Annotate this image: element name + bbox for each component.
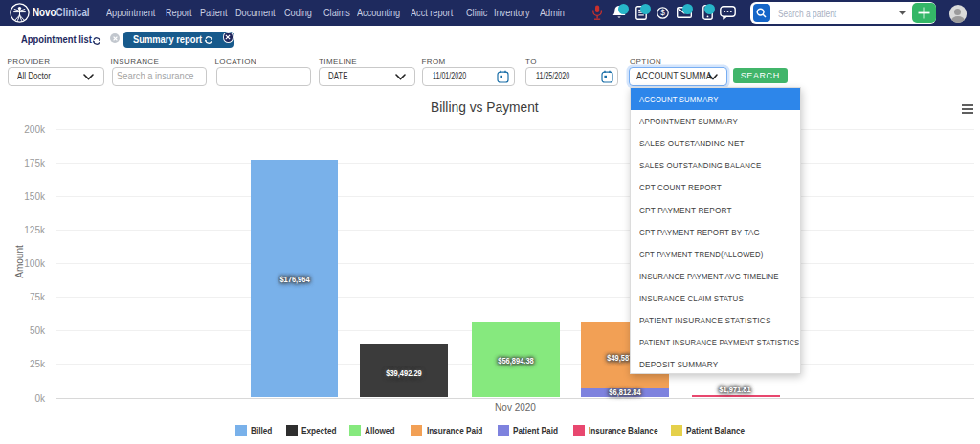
svg-text:$: $ [660,9,665,17]
